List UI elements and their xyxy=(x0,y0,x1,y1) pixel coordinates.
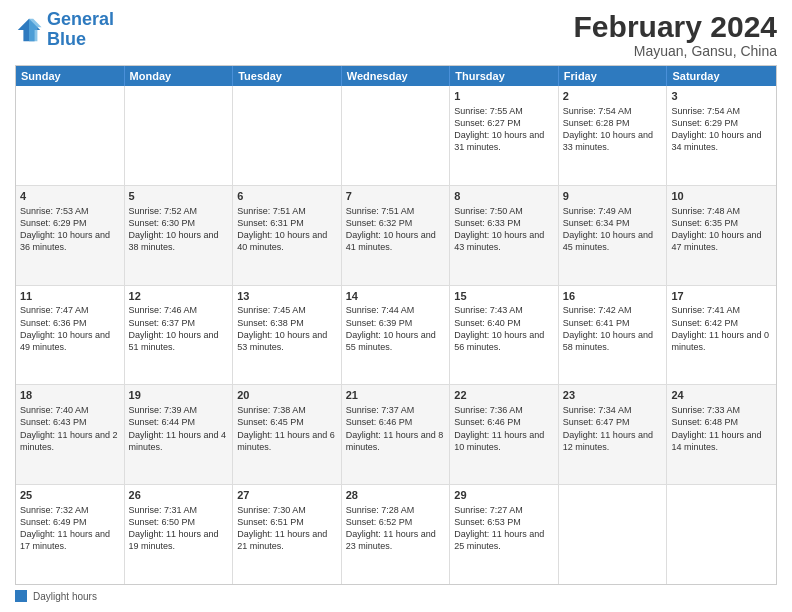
day-number: 28 xyxy=(346,488,446,503)
header: General Blue February 2024 Mayuan, Gansu… xyxy=(15,10,777,59)
cell-info: Sunrise: 7:54 AM Sunset: 6:29 PM Dayligh… xyxy=(671,105,772,154)
cal-cell: 28Sunrise: 7:28 AM Sunset: 6:52 PM Dayli… xyxy=(342,485,451,584)
cal-row-2: 11Sunrise: 7:47 AM Sunset: 6:36 PM Dayli… xyxy=(16,285,776,385)
page: General Blue February 2024 Mayuan, Gansu… xyxy=(0,0,792,612)
day-number: 15 xyxy=(454,289,554,304)
cal-header-day-tuesday: Tuesday xyxy=(233,66,342,86)
day-number: 5 xyxy=(129,189,229,204)
day-number: 27 xyxy=(237,488,337,503)
cal-cell xyxy=(233,86,342,185)
day-number: 6 xyxy=(237,189,337,204)
day-number: 18 xyxy=(20,388,120,403)
day-number: 17 xyxy=(671,289,772,304)
cell-info: Sunrise: 7:28 AM Sunset: 6:52 PM Dayligh… xyxy=(346,504,446,553)
cell-info: Sunrise: 7:45 AM Sunset: 6:38 PM Dayligh… xyxy=(237,304,337,353)
cal-cell: 1Sunrise: 7:55 AM Sunset: 6:27 PM Daylig… xyxy=(450,86,559,185)
cell-info: Sunrise: 7:40 AM Sunset: 6:43 PM Dayligh… xyxy=(20,404,120,453)
cell-info: Sunrise: 7:41 AM Sunset: 6:42 PM Dayligh… xyxy=(671,304,772,353)
cal-header-day-wednesday: Wednesday xyxy=(342,66,451,86)
legend-label: Daylight hours xyxy=(33,591,97,602)
cal-cell: 7Sunrise: 7:51 AM Sunset: 6:32 PM Daylig… xyxy=(342,186,451,285)
day-number: 7 xyxy=(346,189,446,204)
day-number: 2 xyxy=(563,89,663,104)
cal-cell xyxy=(16,86,125,185)
logo-general: General xyxy=(47,9,114,29)
day-number: 29 xyxy=(454,488,554,503)
cal-header-day-saturday: Saturday xyxy=(667,66,776,86)
cal-header-day-monday: Monday xyxy=(125,66,234,86)
cal-header-day-sunday: Sunday xyxy=(16,66,125,86)
cell-info: Sunrise: 7:53 AM Sunset: 6:29 PM Dayligh… xyxy=(20,205,120,254)
calendar-body: 1Sunrise: 7:55 AM Sunset: 6:27 PM Daylig… xyxy=(16,86,776,584)
main-title: February 2024 xyxy=(574,10,777,43)
cal-header-day-friday: Friday xyxy=(559,66,668,86)
cell-info: Sunrise: 7:47 AM Sunset: 6:36 PM Dayligh… xyxy=(20,304,120,353)
day-number: 26 xyxy=(129,488,229,503)
cell-info: Sunrise: 7:32 AM Sunset: 6:49 PM Dayligh… xyxy=(20,504,120,553)
cal-cell: 15Sunrise: 7:43 AM Sunset: 6:40 PM Dayli… xyxy=(450,286,559,385)
cal-cell: 2Sunrise: 7:54 AM Sunset: 6:28 PM Daylig… xyxy=(559,86,668,185)
cell-info: Sunrise: 7:43 AM Sunset: 6:40 PM Dayligh… xyxy=(454,304,554,353)
day-number: 4 xyxy=(20,189,120,204)
day-number: 1 xyxy=(454,89,554,104)
cell-info: Sunrise: 7:30 AM Sunset: 6:51 PM Dayligh… xyxy=(237,504,337,553)
logo-text: General Blue xyxy=(47,10,114,50)
cal-cell: 3Sunrise: 7:54 AM Sunset: 6:29 PM Daylig… xyxy=(667,86,776,185)
cal-cell: 14Sunrise: 7:44 AM Sunset: 6:39 PM Dayli… xyxy=(342,286,451,385)
logo-blue: Blue xyxy=(47,29,86,49)
logo: General Blue xyxy=(15,10,114,50)
cell-info: Sunrise: 7:49 AM Sunset: 6:34 PM Dayligh… xyxy=(563,205,663,254)
cell-info: Sunrise: 7:46 AM Sunset: 6:37 PM Dayligh… xyxy=(129,304,229,353)
day-number: 19 xyxy=(129,388,229,403)
day-number: 8 xyxy=(454,189,554,204)
day-number: 25 xyxy=(20,488,120,503)
cal-cell: 21Sunrise: 7:37 AM Sunset: 6:46 PM Dayli… xyxy=(342,385,451,484)
cal-cell: 9Sunrise: 7:49 AM Sunset: 6:34 PM Daylig… xyxy=(559,186,668,285)
cal-cell: 6Sunrise: 7:51 AM Sunset: 6:31 PM Daylig… xyxy=(233,186,342,285)
cell-info: Sunrise: 7:34 AM Sunset: 6:47 PM Dayligh… xyxy=(563,404,663,453)
legend-box xyxy=(15,590,27,602)
cal-cell: 18Sunrise: 7:40 AM Sunset: 6:43 PM Dayli… xyxy=(16,385,125,484)
cal-row-1: 4Sunrise: 7:53 AM Sunset: 6:29 PM Daylig… xyxy=(16,185,776,285)
cal-cell: 22Sunrise: 7:36 AM Sunset: 6:46 PM Dayli… xyxy=(450,385,559,484)
logo-icon xyxy=(15,16,43,44)
cal-cell: 27Sunrise: 7:30 AM Sunset: 6:51 PM Dayli… xyxy=(233,485,342,584)
day-number: 13 xyxy=(237,289,337,304)
day-number: 21 xyxy=(346,388,446,403)
cell-info: Sunrise: 7:38 AM Sunset: 6:45 PM Dayligh… xyxy=(237,404,337,453)
cell-info: Sunrise: 7:51 AM Sunset: 6:31 PM Dayligh… xyxy=(237,205,337,254)
cal-cell: 24Sunrise: 7:33 AM Sunset: 6:48 PM Dayli… xyxy=(667,385,776,484)
cell-info: Sunrise: 7:50 AM Sunset: 6:33 PM Dayligh… xyxy=(454,205,554,254)
cal-cell: 26Sunrise: 7:31 AM Sunset: 6:50 PM Dayli… xyxy=(125,485,234,584)
cal-cell: 13Sunrise: 7:45 AM Sunset: 6:38 PM Dayli… xyxy=(233,286,342,385)
cal-cell: 12Sunrise: 7:46 AM Sunset: 6:37 PM Dayli… xyxy=(125,286,234,385)
cal-cell xyxy=(667,485,776,584)
cell-info: Sunrise: 7:36 AM Sunset: 6:46 PM Dayligh… xyxy=(454,404,554,453)
cell-info: Sunrise: 7:48 AM Sunset: 6:35 PM Dayligh… xyxy=(671,205,772,254)
day-number: 22 xyxy=(454,388,554,403)
cell-info: Sunrise: 7:54 AM Sunset: 6:28 PM Dayligh… xyxy=(563,105,663,154)
day-number: 14 xyxy=(346,289,446,304)
calendar-header: SundayMondayTuesdayWednesdayThursdayFrid… xyxy=(16,66,776,86)
cal-cell: 8Sunrise: 7:50 AM Sunset: 6:33 PM Daylig… xyxy=(450,186,559,285)
cell-info: Sunrise: 7:51 AM Sunset: 6:32 PM Dayligh… xyxy=(346,205,446,254)
day-number: 16 xyxy=(563,289,663,304)
day-number: 9 xyxy=(563,189,663,204)
cell-info: Sunrise: 7:52 AM Sunset: 6:30 PM Dayligh… xyxy=(129,205,229,254)
calendar: SundayMondayTuesdayWednesdayThursdayFrid… xyxy=(15,65,777,585)
title-block: February 2024 Mayuan, Gansu, China xyxy=(574,10,777,59)
day-number: 23 xyxy=(563,388,663,403)
day-number: 24 xyxy=(671,388,772,403)
cal-cell: 10Sunrise: 7:48 AM Sunset: 6:35 PM Dayli… xyxy=(667,186,776,285)
cal-cell: 4Sunrise: 7:53 AM Sunset: 6:29 PM Daylig… xyxy=(16,186,125,285)
cal-row-4: 25Sunrise: 7:32 AM Sunset: 6:49 PM Dayli… xyxy=(16,484,776,584)
cal-header-day-thursday: Thursday xyxy=(450,66,559,86)
cell-info: Sunrise: 7:44 AM Sunset: 6:39 PM Dayligh… xyxy=(346,304,446,353)
day-number: 10 xyxy=(671,189,772,204)
cal-cell: 29Sunrise: 7:27 AM Sunset: 6:53 PM Dayli… xyxy=(450,485,559,584)
cal-cell: 20Sunrise: 7:38 AM Sunset: 6:45 PM Dayli… xyxy=(233,385,342,484)
cal-cell: 23Sunrise: 7:34 AM Sunset: 6:47 PM Dayli… xyxy=(559,385,668,484)
cal-cell: 5Sunrise: 7:52 AM Sunset: 6:30 PM Daylig… xyxy=(125,186,234,285)
day-number: 20 xyxy=(237,388,337,403)
cell-info: Sunrise: 7:27 AM Sunset: 6:53 PM Dayligh… xyxy=(454,504,554,553)
